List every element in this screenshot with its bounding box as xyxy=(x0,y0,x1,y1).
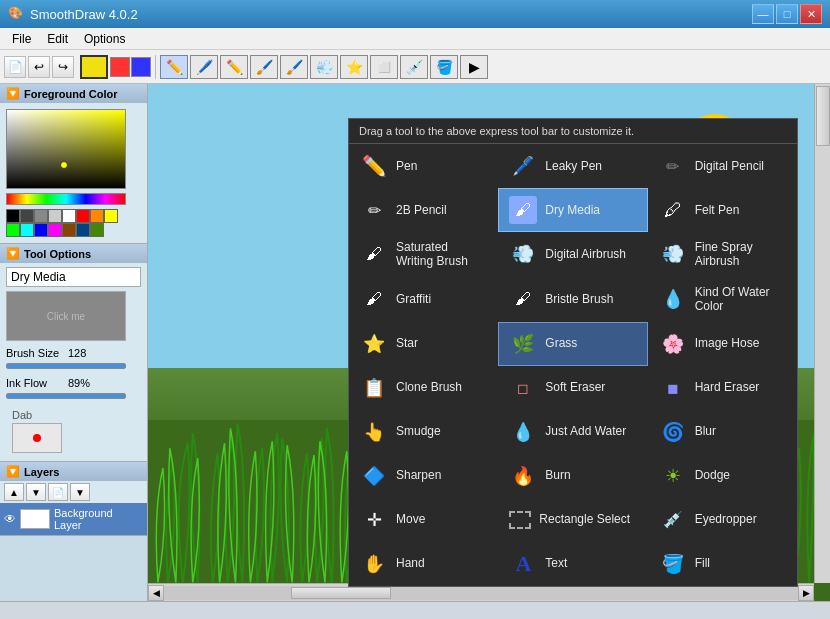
undo-button[interactable]: ↩ xyxy=(28,56,50,78)
foreground-color-section: 🔽 Foreground Color xyxy=(0,84,147,244)
tool-kind-of-water-color[interactable]: 💧 Kind Of Water Color xyxy=(648,277,797,322)
h-scroll-right-button[interactable]: ▶ xyxy=(798,585,814,601)
tool-dry-media[interactable]: 🖌 Dry Media xyxy=(498,188,647,232)
red-swatch-small[interactable] xyxy=(110,57,130,77)
image-hose-label: Image Hose xyxy=(695,336,760,350)
tool-spray-airbrush[interactable]: 💨 Fine Spray Airbrush xyxy=(648,232,797,277)
express-fill-icon[interactable]: 🪣 xyxy=(430,55,458,79)
tool-rectangle-select[interactable]: Rectangle Select xyxy=(498,498,647,542)
express-pen-icon[interactable]: ✏️ xyxy=(160,55,188,79)
layer-item[interactable]: 👁 Background Layer xyxy=(0,503,147,536)
h-scroll-left-button[interactable]: ◀ xyxy=(148,585,164,601)
swatch-cyan[interactable] xyxy=(20,223,34,237)
tool-clone-brush[interactable]: 📋 Clone Brush xyxy=(349,366,498,410)
tool-fill[interactable]: 🪣 Fill xyxy=(648,542,797,586)
swatch-darkgray[interactable] xyxy=(20,209,34,223)
tool-just-add-water[interactable]: 💧 Just Add Water xyxy=(498,410,647,454)
layer-down-button[interactable]: ▼ xyxy=(26,483,46,501)
tool-digital-airbrush[interactable]: 💨 Digital Airbrush xyxy=(498,232,647,277)
express-eyedropper-icon[interactable]: 💉 xyxy=(400,55,428,79)
swatch-gray[interactable] xyxy=(34,209,48,223)
maximize-button[interactable]: □ xyxy=(776,4,798,24)
tool-bristle-brush[interactable]: 🖌 Bristle Brush xyxy=(498,277,647,322)
swatch-lightgray[interactable] xyxy=(48,209,62,223)
layers-header[interactable]: 🔽 Layers xyxy=(0,462,147,481)
tool-star[interactable]: ⭐ Star xyxy=(349,322,498,366)
canvas-area[interactable]: ◀ ▶ Drag a tool to the above express too… xyxy=(148,84,830,601)
express-eraser-icon[interactable]: ◻️ xyxy=(370,55,398,79)
tool-options-header[interactable]: 🔽 Tool Options xyxy=(0,244,147,263)
tool-move[interactable]: ✛ Move xyxy=(349,498,498,542)
tool-preview[interactable]: Click me xyxy=(6,291,126,341)
swatch-white[interactable] xyxy=(62,209,76,223)
close-button[interactable]: ✕ xyxy=(800,4,822,24)
tool-saturated-writing-brush[interactable]: 🖌 Saturated Writing Brush xyxy=(349,232,498,277)
menu-file[interactable]: File xyxy=(4,30,39,48)
blur-icon: 🌀 xyxy=(659,418,687,446)
spray-airbrush-label: Fine Spray Airbrush xyxy=(695,240,786,269)
tool-blur[interactable]: 🌀 Blur xyxy=(648,410,797,454)
tool-text[interactable]: A Text xyxy=(498,542,647,586)
h-scroll-thumb[interactable] xyxy=(291,587,391,599)
blue-swatch-small[interactable] xyxy=(131,57,151,77)
layer-new-button[interactable]: 📄 xyxy=(48,483,68,501)
tool-pen[interactable]: ✏️ Pen xyxy=(349,144,498,188)
layer-menu-button[interactable]: ▼ xyxy=(70,483,90,501)
express-airbrush-icon[interactable]: 💨 xyxy=(310,55,338,79)
foreground-color-header[interactable]: 🔽 Foreground Color xyxy=(0,84,147,103)
tool-felt-pen[interactable]: 🖊 Felt Pen xyxy=(648,188,797,232)
minimize-button[interactable]: — xyxy=(752,4,774,24)
express-brush2-icon[interactable]: 🖌️ xyxy=(280,55,308,79)
swatch-magenta[interactable] xyxy=(48,223,62,237)
dodge-label: Dodge xyxy=(695,468,730,482)
redo-button[interactable]: ↪ xyxy=(52,56,74,78)
color-gradient[interactable] xyxy=(6,109,126,189)
layer-up-button[interactable]: ▲ xyxy=(4,483,24,501)
swatch-brown[interactable] xyxy=(62,223,76,237)
tool-sharpen[interactable]: 🔷 Sharpen xyxy=(349,454,498,498)
active-color-swatch[interactable] xyxy=(80,55,108,79)
rectangle-select-icon xyxy=(509,511,531,529)
tool-grass[interactable]: 🌿 Grass xyxy=(498,322,647,366)
tool-smudge[interactable]: 👆 Smudge xyxy=(349,410,498,454)
swatch-blue[interactable] xyxy=(34,223,48,237)
ink-flow-slider[interactable] xyxy=(6,393,126,399)
smudge-icon: 👆 xyxy=(360,418,388,446)
express-more-icon[interactable]: ▶ xyxy=(460,55,488,79)
hard-eraser-icon: ◼ xyxy=(659,374,687,402)
hue-bar[interactable] xyxy=(6,193,126,205)
digital-pencil-label: Digital Pencil xyxy=(695,159,764,173)
swatch-olive[interactable] xyxy=(90,223,104,237)
tool-hand[interactable]: ✋ Hand xyxy=(349,542,498,586)
new-button[interactable]: 📄 xyxy=(4,56,26,78)
express-star-icon[interactable]: ⭐ xyxy=(340,55,368,79)
swatch-orange[interactable] xyxy=(90,209,104,223)
menu-options[interactable]: Options xyxy=(76,30,133,48)
menu-edit[interactable]: Edit xyxy=(39,30,76,48)
swatch-red[interactable] xyxy=(76,209,90,223)
swatch-green[interactable] xyxy=(6,223,20,237)
swatch-black[interactable] xyxy=(6,209,20,223)
tool-digital-pencil[interactable]: ✏ Digital Pencil xyxy=(648,144,797,188)
brush-size-slider[interactable] xyxy=(6,363,126,369)
tool-leaky-pen[interactable]: 🖊️ Leaky Pen xyxy=(498,144,647,188)
express-brush1-icon[interactable]: 🖌️ xyxy=(250,55,278,79)
layer-visibility-icon[interactable]: 👁 xyxy=(4,512,16,526)
tool-graffiti[interactable]: 🖌 Graffiti xyxy=(349,277,498,322)
express-pencil-icon[interactable]: ✏️ xyxy=(220,55,248,79)
color-cursor xyxy=(60,161,68,169)
vertical-scrollbar[interactable] xyxy=(814,84,830,583)
tool-eyedropper[interactable]: 💉 Eyedropper xyxy=(648,498,797,542)
swatch-navy[interactable] xyxy=(76,223,90,237)
tool-2b-pencil[interactable]: ✏ 2B Pencil xyxy=(349,188,498,232)
h-scroll-track[interactable] xyxy=(164,586,798,600)
tool-image-hose[interactable]: 🌸 Image Hose xyxy=(648,322,797,366)
digital-airbrush-icon: 💨 xyxy=(509,240,537,268)
express-leaky-pen-icon[interactable]: 🖊️ xyxy=(190,55,218,79)
tool-soft-eraser[interactable]: ◻ Soft Eraser xyxy=(498,366,647,410)
tool-hard-eraser[interactable]: ◼ Hard Eraser xyxy=(648,366,797,410)
swatch-yellow[interactable] xyxy=(104,209,118,223)
v-scroll-thumb[interactable] xyxy=(816,86,830,146)
tool-dodge[interactable]: ☀ Dodge xyxy=(648,454,797,498)
tool-burn[interactable]: 🔥 Burn xyxy=(498,454,647,498)
